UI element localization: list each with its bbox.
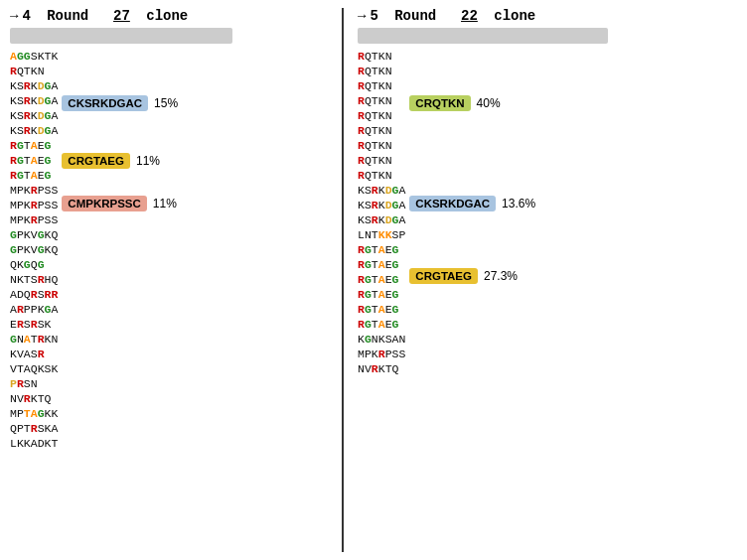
right-badge-area: CRQTKN40%CKSRKDGAC13.6%CRGTAEG27.3% — [405, 50, 624, 376]
badge-percent: 13.6% — [502, 197, 535, 210]
list-item: RQTKN — [358, 124, 405, 138]
list-item: KSRKDGA — [10, 124, 58, 138]
list-item: KSRKDGA — [358, 199, 405, 212]
right-round-num: 5 — [370, 8, 377, 24]
list-item: GPKVGKQ — [10, 228, 58, 242]
right-header-bar — [358, 28, 608, 44]
list-item: RQTKN — [358, 169, 405, 183]
sequence-badge: CRGTAEG — [62, 153, 130, 169]
list-item: QPTRSKA — [10, 422, 58, 436]
list-item: QKGQG — [10, 258, 58, 272]
badge-percent: 11% — [136, 154, 160, 168]
right-clone-count: 22 — [461, 8, 478, 24]
left-panel-content: AGGSKTKRQTKNKSRKDGAKSRKDGAKSRKDGAKSRKDGA… — [10, 50, 328, 451]
main-container: →4 Round 27 clone AGGSKTKRQTKNKSRKDGAKSR… — [0, 0, 747, 560]
list-item: KSRKDGA — [10, 109, 58, 123]
left-sequence-column: AGGSKTKRQTKNKSRKDGAKSRKDGAKSRKDGAKSRKDGA… — [10, 50, 58, 451]
list-item: ERSRSK — [10, 318, 58, 332]
right-arrow: → — [358, 8, 366, 24]
list-item: RGTAEG — [358, 303, 405, 317]
list-item: MPKRPSS — [10, 213, 58, 227]
badge-container: CRGTAEG11% — [62, 153, 160, 169]
list-item: ARPPKGA — [10, 303, 58, 317]
list-item: KGNKSAN — [358, 333, 405, 347]
right-clone-label: clone — [494, 8, 535, 24]
right-panel: →5 Round 22 clone RQTKNRQTKNRQTKNRQTKNRQ… — [348, 8, 725, 552]
left-round-num: 4 — [22, 8, 30, 24]
left-arrow: → — [10, 8, 18, 24]
left-clone-label: clone — [146, 8, 188, 24]
sequence-badge: CKSRKDGAC — [409, 196, 496, 211]
list-item: RGTAEG — [10, 154, 58, 168]
list-item: AGGSKTK — [10, 50, 58, 64]
sequence-badge: CRGTAEG — [409, 268, 478, 284]
list-item: KSRKDGA — [358, 213, 405, 227]
badge-percent: 27.3% — [484, 269, 518, 283]
list-item: KVASR — [10, 348, 58, 361]
left-badge-area: CKSRKDGAC15%CRGTAEG11%CMPKRPSSC11% — [58, 50, 256, 451]
list-item: LNTKKSP — [358, 228, 405, 242]
list-item: LKKADKT — [10, 437, 58, 451]
list-item: RQTKN — [358, 154, 405, 168]
left-header-bar — [10, 28, 232, 44]
list-item: RQTKN — [358, 50, 405, 64]
list-item: GPKVGKQ — [10, 243, 58, 257]
left-panel-header: →4 Round 27 clone — [10, 8, 328, 24]
list-item: RQTKN — [10, 65, 58, 78]
list-item: MPKRPSS — [10, 199, 58, 212]
list-item: MPKRPSS — [358, 348, 405, 361]
list-item: ADQRSRR — [10, 288, 58, 302]
sequence-badge: CKSRKDGAC — [62, 95, 148, 111]
list-item: RQTKN — [358, 139, 405, 153]
list-item: KSRKDGA — [358, 184, 405, 198]
list-item: RQTKN — [358, 65, 405, 78]
list-item: KSRKDGA — [10, 94, 58, 108]
list-item: RGTAEG — [358, 258, 405, 272]
badge-percent: 15% — [154, 96, 178, 110]
list-item: RQTKN — [358, 79, 405, 93]
left-panel: →4 Round 27 clone AGGSKTKRQTKNKSRKDGAKSR… — [0, 8, 338, 552]
list-item: NVRKTQ — [358, 362, 405, 376]
badge-container: CRGTAEG27.3% — [409, 268, 518, 284]
list-item: PRSN — [10, 377, 58, 391]
list-item: RGTAEG — [358, 288, 405, 302]
left-clone-count: 27 — [113, 8, 130, 24]
sequence-badge: CRQTKN — [409, 95, 470, 111]
badge-container: CRQTKN40% — [409, 95, 500, 111]
right-sequence-column: RQTKNRQTKNRQTKNRQTKNRQTKNRQTKNRQTKNRQTKN… — [358, 50, 405, 376]
list-item: RGTAEG — [10, 169, 58, 183]
list-item: KSRKDGA — [10, 79, 58, 93]
list-item: RGTAEG — [358, 243, 405, 257]
list-item: RQTKN — [358, 94, 405, 108]
badge-container: CKSRKDGAC15% — [62, 95, 178, 111]
list-item: NVRKTQ — [10, 392, 58, 406]
badge-percent: 11% — [153, 197, 177, 210]
list-item: RQTKN — [358, 109, 405, 123]
list-item: GNATRKN — [10, 333, 58, 347]
right-panel-content: RQTKNRQTKNRQTKNRQTKNRQTKNRQTKNRQTKNRQTKN… — [358, 50, 715, 376]
sequence-badge: CMPKRPSSC — [62, 196, 146, 211]
badge-percent: 40% — [477, 96, 501, 110]
list-item: RGTAEG — [358, 273, 405, 287]
left-round-label: Round — [47, 8, 88, 24]
list-item: MPKRPSS — [10, 184, 58, 198]
list-item: NKTSRHQ — [10, 273, 58, 287]
right-round-label: Round — [394, 8, 436, 24]
list-item: VTAQKSK — [10, 362, 58, 376]
list-item: RGTAEG — [358, 318, 405, 332]
list-item: MPTAGKK — [10, 407, 58, 421]
right-panel-header: →5 Round 22 clone — [358, 8, 715, 24]
panel-divider — [342, 8, 344, 552]
badge-container: CMPKRPSSC11% — [62, 196, 177, 211]
badge-container: CKSRKDGAC13.6% — [409, 196, 535, 211]
list-item: RGTAEG — [10, 139, 58, 153]
